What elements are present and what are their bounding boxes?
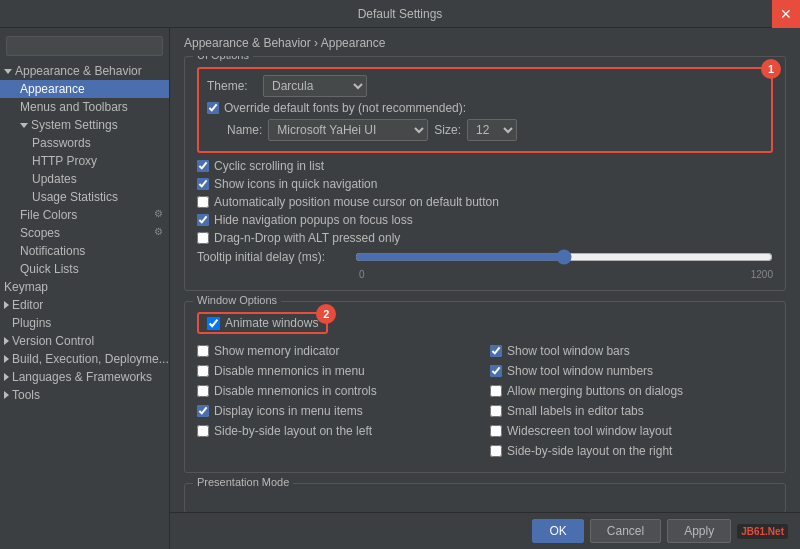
sidebar-item-system-settings[interactable]: System Settings bbox=[0, 116, 169, 134]
disable-mnemonics-controls-label: Disable mnemonics in controls bbox=[214, 384, 377, 398]
sidebar-label: Appearance & Behavior bbox=[15, 64, 142, 78]
display-icons-label: Display icons in menu items bbox=[214, 404, 363, 418]
sidebar-item-languages[interactable]: Languages & Frameworks bbox=[0, 368, 169, 386]
allow-merging-checkbox[interactable] bbox=[490, 385, 502, 397]
widescreen-checkbox[interactable] bbox=[490, 425, 502, 437]
slider-min: 0 bbox=[359, 269, 365, 280]
sidebar-label: Languages & Frameworks bbox=[12, 370, 152, 384]
drag-drop-label: Drag-n-Drop with ALT pressed only bbox=[214, 231, 400, 245]
ui-options-label: UI Options bbox=[193, 56, 253, 61]
theme-select[interactable]: Darcula IntelliJ High Contrast bbox=[263, 75, 367, 97]
sidebar-item-appearance-behavior[interactable]: Appearance & Behavior bbox=[0, 62, 169, 80]
dialog-title: Default Settings bbox=[358, 7, 443, 21]
theme-row: Theme: Darcula IntelliJ High Contrast bbox=[207, 75, 763, 97]
expand-icon bbox=[4, 373, 9, 381]
sidebar-item-plugins[interactable]: Plugins bbox=[0, 314, 169, 332]
side-by-side-left-checkbox[interactable] bbox=[197, 425, 209, 437]
sidebar-item-keymap[interactable]: Keymap bbox=[0, 278, 169, 296]
close-button[interactable]: ✕ bbox=[772, 0, 800, 28]
small-labels-label: Small labels in editor tabs bbox=[507, 404, 644, 418]
widescreen-row: Widescreen tool window layout bbox=[490, 424, 773, 438]
sidebar-item-scopes[interactable]: Scopes⚙ bbox=[0, 224, 169, 242]
tooltip-slider[interactable] bbox=[355, 249, 773, 265]
widescreen-label: Widescreen tool window layout bbox=[507, 424, 672, 438]
small-labels-checkbox[interactable] bbox=[490, 405, 502, 417]
cyclic-scrolling-label: Cyclic scrolling in list bbox=[214, 159, 324, 173]
sidebar-item-updates[interactable]: Updates bbox=[0, 170, 169, 188]
sidebar-item-appearance[interactable]: Appearance bbox=[0, 80, 169, 98]
side-by-side-right-checkbox[interactable] bbox=[490, 445, 502, 457]
font-name-row: Name: Microsoft YaHei UI Size: 12 11 13 … bbox=[227, 119, 763, 141]
presentation-mode-label: Presentation Mode bbox=[193, 476, 293, 488]
content-body: UI Options 1 Theme: Darcula IntelliJ Hig… bbox=[170, 56, 800, 512]
auto-position-checkbox[interactable] bbox=[197, 196, 209, 208]
animate-windows-container: 2 Animate windows bbox=[197, 312, 773, 338]
close-icon: ✕ bbox=[780, 6, 792, 22]
sidebar-item-passwords[interactable]: Passwords bbox=[0, 134, 169, 152]
override-checkbox-row: Override default fonts by (not recommend… bbox=[207, 101, 763, 115]
sidebar-item-build[interactable]: Build, Execution, Deployme... bbox=[0, 350, 169, 368]
show-icons-checkbox[interactable] bbox=[197, 178, 209, 190]
sidebar-label: Tools bbox=[12, 388, 40, 402]
override-checkbox[interactable] bbox=[207, 102, 219, 114]
show-tool-bars-checkbox[interactable] bbox=[490, 345, 502, 357]
disable-mnemonics-controls-checkbox[interactable] bbox=[197, 385, 209, 397]
disable-mnemonics-menu-checkbox[interactable] bbox=[197, 365, 209, 377]
show-icons-label: Show icons in quick navigation bbox=[214, 177, 377, 191]
disable-mnemonics-menu-label: Disable mnemonics in menu bbox=[214, 364, 365, 378]
main-container: Appearance & Behavior Appearance Menus a… bbox=[0, 28, 800, 549]
font-size-select[interactable]: 12 11 13 14 bbox=[467, 119, 517, 141]
side-by-side-left-label: Side-by-side layout on the left bbox=[214, 424, 372, 438]
cyclic-scrolling-checkbox[interactable] bbox=[197, 160, 209, 172]
animate-highlight-box: 2 Animate windows bbox=[197, 312, 328, 334]
animate-windows-label: Animate windows bbox=[225, 316, 318, 330]
disable-mnemonics-menu-row: Disable mnemonics in menu bbox=[197, 364, 480, 378]
expand-icon bbox=[20, 123, 28, 128]
show-tool-numbers-checkbox[interactable] bbox=[490, 365, 502, 377]
search-input[interactable] bbox=[6, 36, 163, 56]
show-icons-row: Show icons in quick navigation bbox=[197, 177, 773, 191]
hide-nav-label: Hide navigation popups on focus loss bbox=[214, 213, 413, 227]
expand-icon bbox=[4, 69, 12, 74]
highlight-badge-2: 2 bbox=[316, 304, 336, 324]
sidebar-item-quick-lists[interactable]: Quick Lists bbox=[0, 260, 169, 278]
auto-position-label: Automatically position mouse cursor on d… bbox=[214, 195, 499, 209]
display-icons-row: Display icons in menu items bbox=[197, 404, 480, 418]
tooltip-label: Tooltip initial delay (ms): bbox=[197, 250, 347, 264]
name-label: Name: bbox=[227, 123, 262, 137]
show-memory-checkbox[interactable] bbox=[197, 345, 209, 357]
drag-drop-checkbox[interactable] bbox=[197, 232, 209, 244]
expand-icon bbox=[4, 301, 9, 309]
sidebar-item-version-control[interactable]: Version Control bbox=[0, 332, 169, 350]
sidebar-item-http-proxy[interactable]: HTTP Proxy bbox=[0, 152, 169, 170]
content-area: Appearance & Behavior › Appearance UI Op… bbox=[170, 28, 800, 549]
expand-icon bbox=[4, 355, 9, 363]
hide-nav-checkbox[interactable] bbox=[197, 214, 209, 226]
show-memory-label: Show memory indicator bbox=[214, 344, 339, 358]
animate-windows-checkbox[interactable] bbox=[207, 317, 220, 330]
footer: OK Cancel Apply JB61.Net bbox=[170, 512, 800, 549]
window-options-section: Window Options 2 Animate windows Show me… bbox=[184, 301, 786, 473]
sidebar-item-menus-toolbars[interactable]: Menus and Toolbars bbox=[0, 98, 169, 116]
show-tool-bars-label: Show tool window bars bbox=[507, 344, 630, 358]
sidebar-item-usage-statistics[interactable]: Usage Statistics bbox=[0, 188, 169, 206]
sidebar-item-file-colors[interactable]: File Colors⚙ bbox=[0, 206, 169, 224]
ui-options-section: UI Options 1 Theme: Darcula IntelliJ Hig… bbox=[184, 56, 786, 291]
sidebar-label: Editor bbox=[12, 298, 43, 312]
cancel-button[interactable]: Cancel bbox=[590, 519, 661, 543]
cyclic-scrolling-row: Cyclic scrolling in list bbox=[197, 159, 773, 173]
hide-nav-row: Hide navigation popups on focus loss bbox=[197, 213, 773, 227]
sidebar-item-notifications[interactable]: Notifications bbox=[0, 242, 169, 260]
auto-position-row: Automatically position mouse cursor on d… bbox=[197, 195, 773, 209]
apply-button[interactable]: Apply bbox=[667, 519, 731, 543]
ok-button[interactable]: OK bbox=[532, 519, 583, 543]
side-by-side-right-label: Side-by-side layout on the right bbox=[507, 444, 672, 458]
show-memory-row: Show memory indicator bbox=[197, 344, 480, 358]
ui-highlight-box: 1 Theme: Darcula IntelliJ High Contrast bbox=[197, 67, 773, 153]
theme-label: Theme: bbox=[207, 79, 257, 93]
sidebar-item-editor[interactable]: Editor bbox=[0, 296, 169, 314]
expand-icon bbox=[4, 391, 9, 399]
font-name-select[interactable]: Microsoft YaHei UI bbox=[268, 119, 428, 141]
display-icons-checkbox[interactable] bbox=[197, 405, 209, 417]
sidebar-item-tools[interactable]: Tools bbox=[0, 386, 169, 404]
